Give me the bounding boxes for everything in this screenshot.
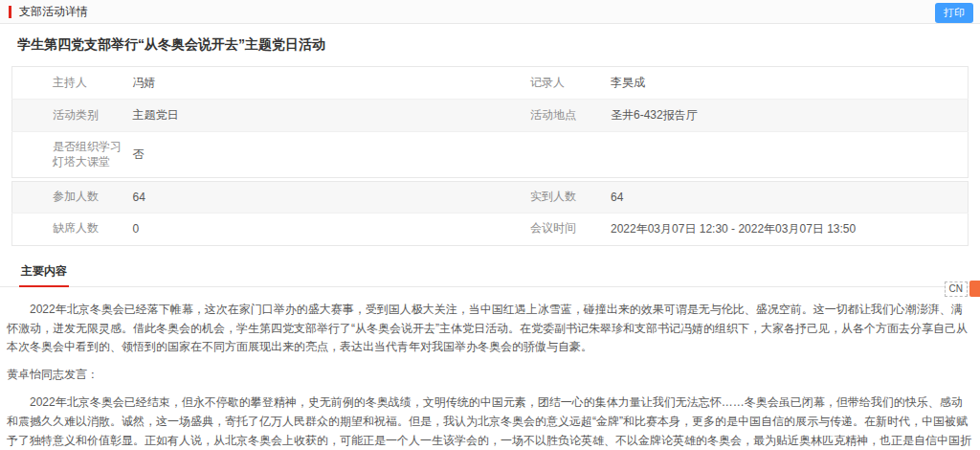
field-label: 缺席人数 [12,213,127,245]
field-label: 活动地点 [490,100,605,132]
field-label: 主持人 [12,67,127,100]
table-row: 是否组织学习灯塔大课堂否 [12,132,969,178]
table-row: 活动类别主题党日活动地点圣井6-432报告厅 [12,100,969,132]
ime-icon [969,281,980,297]
field-label: 记录人 [490,67,605,100]
field-value: 李昊成 [605,67,969,100]
field-value: 否 [127,132,491,178]
table-row: 缺席人数0会议时间2022年03月07日 12:30 - 2022年03月07日… [12,213,969,245]
field-label: 是否组织学习灯塔大课堂 [12,132,127,178]
ime-indicator[interactable]: CN [945,280,980,298]
content-paragraph: 2022年北京冬奥会已经落下帷幕，这次在家门口举办的盛大赛事，受到国人极大关注，… [7,301,973,357]
field-label: 实到人数 [490,182,605,214]
info-table-2: 参加人数64实到人数64缺席人数0会议时间2022年03月07日 12:30 -… [11,181,969,246]
content-paragraph: 2022年北京冬奥会已经结束，但永不停歇的攀登精神，史无前例的冬奥战绩，文明传统… [7,394,973,450]
activity-detail-card: 学生第四党支部举行“从冬奥会说开去”主题党日活动 主持人冯婧记录人李昊成活动类别… [0,24,980,450]
field-label: 活动类别 [12,100,127,132]
table-row: 参加人数64实到人数64 [12,182,969,214]
content-blocks: 2022年北京冬奥会已经落下帷幕，这次在家门口举办的盛大赛事，受到国人极大关注，… [0,287,980,450]
content-tab-row: 主要内容 [0,259,980,287]
page-title: 支部活动详情 [19,4,88,20]
field-value: 圣井6-432报告厅 [605,100,969,132]
speaker-heading: 黄卓怡同志发言： [7,366,973,385]
ime-language-label[interactable]: CN [945,281,968,297]
field-value: 冯婧 [127,67,491,100]
field-value: 64 [127,182,491,214]
activity-title: 学生第四党支部举行“从冬奥会说开去”主题党日活动 [17,36,963,54]
field-value: 2022年03月07日 12:30 - 2022年03月07日 13:50 [605,213,969,245]
info-table-1: 主持人冯婧记录人李昊成活动类别主题党日活动地点圣井6-432报告厅是否组织学习灯… [11,66,969,178]
header-accent-bar [9,6,11,18]
print-button[interactable]: 打印 [935,3,973,23]
field-value [605,132,969,178]
field-value: 主题党日 [127,100,491,132]
field-value: 0 [127,213,491,245]
field-label [490,132,605,178]
tab-main-content[interactable]: 主要内容 [19,259,69,287]
main-content-section: 主要内容 2022年北京冬奥会已经落下帷幕，这次在家门口举办的盛大赛事，受到国人… [0,259,980,450]
field-label: 会议时间 [490,213,605,245]
field-label: 参加人数 [12,182,127,214]
field-value: 64 [605,182,969,214]
table-row: 主持人冯婧记录人李昊成 [12,67,969,100]
page-header: 支部活动详情 打印 [0,0,980,24]
